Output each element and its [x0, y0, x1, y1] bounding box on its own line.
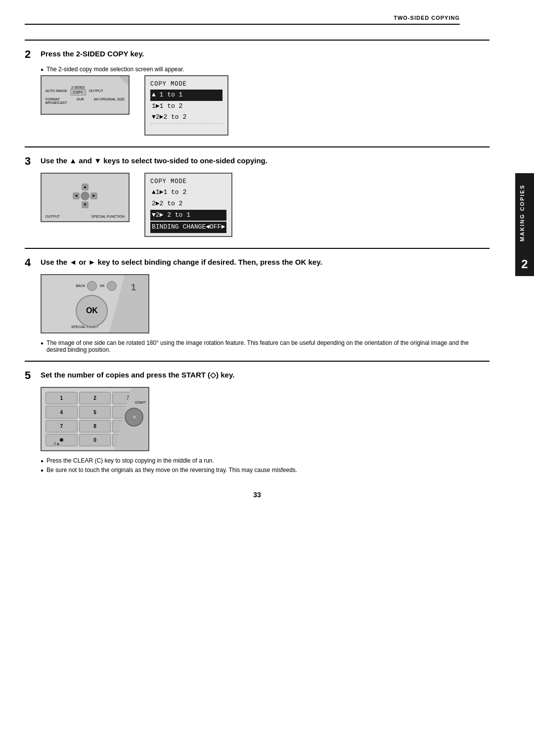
page-number: 33	[25, 491, 490, 499]
step-5-images: 1 2 3 4 5 6 7 8 9 ✱ 0 # START ◇ C▲	[41, 387, 490, 451]
d-pad: ▲ ▼ ◄ ►	[73, 184, 97, 208]
step-3-title: Use the ▲ and ▼ keys to select two-sided…	[41, 156, 267, 165]
back-btn	[87, 281, 97, 291]
step-3-section: 3 Use the ▲ and ▼ keys to select two-sid…	[25, 146, 490, 248]
step-2-bullet: The 2-sided copy mode selection screen w…	[41, 66, 490, 73]
lcd2-bottom: BINDING CHANGE◄OFF►	[150, 222, 226, 233]
d-pad-center	[81, 191, 89, 200]
start-label: START	[135, 401, 146, 404]
key-1: 1	[45, 392, 78, 404]
lcd2-row3: ▼2► 2 to 1	[150, 210, 226, 221]
step-5-number: 5	[25, 369, 41, 382]
ok-button: OK	[76, 295, 108, 327]
step-4-bullet: The image of one side can be rotated 180…	[41, 339, 490, 353]
step-2-panel-image: AUTO IMAGE 2-SIDED COPY OUTPUT FORMAT BR…	[41, 75, 130, 115]
step-2-lcd: COPY MODE ▲ 1 to 1 1►1 to 2 ▼2►2 to 2	[144, 75, 228, 136]
chapter-number: 2	[515, 252, 534, 276]
lcd2-row1: ▲1►1 to 2	[150, 187, 226, 198]
step-4-images: 1 BACK OK OK SPECIAL FUNCT	[41, 274, 490, 333]
lcd1-title: COPY MODE	[150, 81, 187, 88]
step-4-section: 4 Use the ◄ or ► key to select binding c…	[25, 248, 490, 361]
step-2-images: AUTO IMAGE 2-SIDED COPY OUTPUT FORMAT BR…	[41, 75, 490, 136]
step-2-number: 2	[25, 48, 41, 61]
d-pad-up: ▲	[82, 184, 89, 190]
step-2-section: 2 Press the 2-SIDED COPY key. The 2-side…	[25, 40, 490, 146]
step-3-images: ▲ ▼ ◄ ► OUTPUT SPECIAL FUNCTION COPY MOD…	[41, 173, 490, 237]
step-5-bullet-2: Be sure not to touch the originals as th…	[41, 467, 490, 473]
step-3-lcd: COPY MODE ▲1►1 to 2 2►2 to 2 ▼2► 2 to 1 …	[144, 173, 232, 237]
d-pad-down: ▼	[82, 201, 89, 208]
step-5-bullet-1: Press the CLEAR (C) key to stop copying …	[41, 457, 490, 464]
d-pad-left: ◄	[73, 192, 80, 199]
key-4: 4	[45, 406, 78, 418]
step-4-ok-panel: 1 BACK OK OK SPECIAL FUNCT	[41, 274, 149, 333]
start-button: ◇	[125, 408, 143, 426]
sidebar-making-copies: MAKING COPIES	[515, 173, 534, 252]
step-3-number: 3	[25, 155, 41, 168]
step-5-section: 5 Set the number of copies and press the…	[25, 361, 490, 481]
lcd2-title: COPY MODE	[150, 178, 187, 185]
ok-small-btn	[107, 281, 117, 291]
key-0: 0	[79, 434, 111, 446]
lcd2-row2: 2►2 to 2	[150, 198, 226, 210]
key-7: 7	[45, 420, 78, 432]
d-pad-right: ►	[90, 192, 97, 199]
step-4-number: 4	[25, 256, 41, 269]
key-star: ✱	[45, 434, 78, 446]
key-2: 2	[79, 392, 111, 404]
step-5-title: Set the number of copies and press the S…	[41, 371, 234, 379]
step-3-panel-image: ▲ ▼ ◄ ► OUTPUT SPECIAL FUNCTION	[41, 173, 130, 222]
lcd1-row3: ▼2►2 to 2	[150, 112, 222, 124]
step-5-numpad: 1 2 3 4 5 6 7 8 9 ✱ 0 # START ◇ C▲	[41, 387, 149, 451]
lcd1-row2: 1►1 to 2	[150, 101, 222, 112]
key-5: 5	[79, 406, 111, 418]
step-2-title: Press the 2-SIDED COPY key.	[41, 49, 144, 58]
page-header-title: TWO-SIDED COPYING	[25, 15, 460, 25]
step-4-title: Use the ◄ or ► key to select binding cha…	[41, 258, 322, 266]
ok-panel-num: 1	[131, 283, 136, 293]
key-8: 8	[79, 420, 111, 432]
lcd1-row1: ▲ 1 to 1	[150, 90, 222, 101]
